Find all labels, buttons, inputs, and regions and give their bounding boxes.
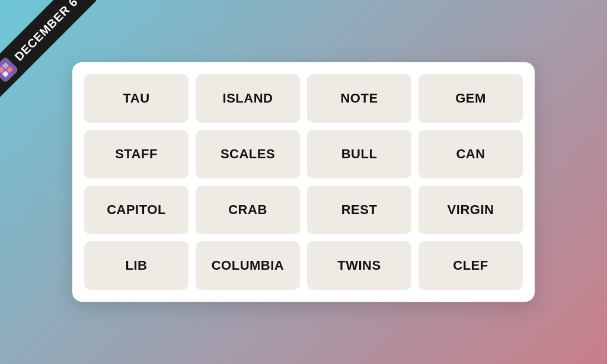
cell-label-rest: REST [341,202,378,218]
date-label: DECEMBER 6 [12,0,81,63]
cell-label-virgin: VIRGIN [448,202,494,218]
cell-label-island: ISLAND [223,91,273,106]
grid-cell-can[interactable]: CAN [418,130,523,178]
cell-label-crab: CRAB [228,202,267,218]
grid-cell-twins[interactable]: TWINS [307,241,411,290]
cell-label-staff: STAFF [115,146,158,162]
main-card: TAUISLANDNOTEGEMSTAFFSCALESBULLCANCAPITO… [72,62,535,302]
grid-cell-columbia[interactable]: COLUMBIA [196,241,300,290]
cell-label-capitol: CAPITOL [107,202,166,218]
grid-cell-capitol[interactable]: CAPITOL [84,186,189,234]
cell-label-tau: TAU [123,91,149,106]
word-grid: TAUISLANDNOTEGEMSTAFFSCALESBULLCANCAPITO… [84,74,523,290]
grid-cell-gem[interactable]: GEM [418,74,523,123]
grid-cell-island[interactable]: ISLAND [196,74,300,123]
grid-cell-crab[interactable]: CRAB [196,186,300,234]
cell-label-columbia: COLUMBIA [212,258,285,273]
grid-cell-rest[interactable]: REST [307,186,411,234]
grid-cell-clef[interactable]: CLEF [418,241,523,290]
grid-cell-note[interactable]: NOTE [307,74,411,123]
grid-cell-virgin[interactable]: VIRGIN [418,186,523,234]
grid-cell-scales[interactable]: SCALES [196,130,300,178]
grid-cell-lib[interactable]: LIB [84,241,189,290]
grid-cell-bull[interactable]: BULL [307,130,411,178]
grid-cell-staff[interactable]: STAFF [84,130,189,178]
app-icon [0,56,19,83]
cell-label-lib: LIB [126,258,148,273]
cell-label-can: CAN [456,146,485,162]
cell-label-scales: SCALES [221,146,275,162]
cell-label-clef: CLEF [453,258,488,273]
grid-cell-tau[interactable]: TAU [84,74,189,123]
cell-label-bull: BULL [341,146,378,162]
cell-label-gem: GEM [455,91,486,106]
cell-label-note: NOTE [340,91,378,106]
cell-label-twins: TWINS [337,258,381,273]
